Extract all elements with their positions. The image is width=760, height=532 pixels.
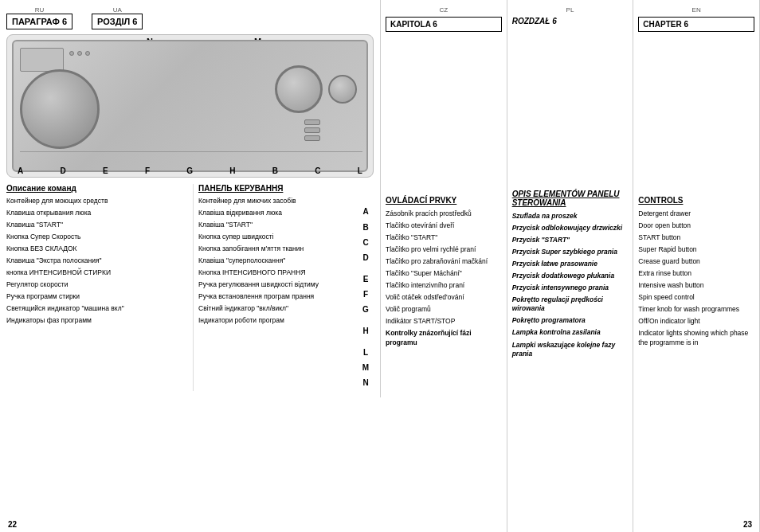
- page-number-right: 23: [743, 520, 752, 529]
- en-item-3: START button: [638, 233, 754, 242]
- ru-item-6: Клавиша "Экстра полоскания": [6, 256, 186, 265]
- ua-item-10: Світний індикатор "вкл/викл": [198, 304, 358, 313]
- letter-column: A B C D E F G H L M N: [358, 184, 374, 391]
- cz-item-9: Volič programů: [386, 305, 502, 314]
- ua-flag: UA: [92, 6, 143, 14]
- ua-item-7: Кнопка ІНТЕНСИВНОГО ПРАННЯ: [198, 268, 358, 277]
- pl-item-9: Pokrętto programatora: [512, 316, 629, 325]
- appliance-labels-row: A D E F G H B C L: [11, 166, 369, 175]
- small-knob-visual: [328, 75, 357, 104]
- ru-controls-title: Описание команд: [6, 184, 186, 193]
- label-G: G: [186, 166, 193, 175]
- cz-controls-title: OVLÁDACÍ PRVKY: [386, 196, 502, 205]
- ua-text-column: ПАНЕЛЬ КЕРУВАННЯ Контейнер для миючих за…: [194, 184, 358, 391]
- ua-item-3: Клавіша "START": [198, 221, 358, 229]
- en-item-8: Spin speed control: [638, 293, 754, 302]
- cz-chapter-title: KAPITOLA 6: [386, 17, 502, 32]
- en-item-5: Crease guard button: [638, 257, 754, 266]
- ua-item-6: Клавіша "суперполоскання": [198, 256, 358, 265]
- cz-item-2: Tlačítko otevírání dveří: [386, 221, 502, 230]
- cz-flag: CZ: [386, 6, 502, 14]
- page-number-left: 22: [8, 520, 17, 529]
- letter-A-label: A: [362, 198, 368, 216]
- en-item-6: Extra rinse button: [638, 269, 754, 278]
- letter-E-label: E: [363, 266, 369, 284]
- ru-chapter-title: ПАРАГРАФ 6: [6, 14, 72, 29]
- ua-controls-column: ПАНЕЛЬ КЕРУВАННЯ Контейнер для миючих за…: [193, 184, 374, 391]
- ru-item-1: Контейнер для моющих средств: [6, 197, 186, 205]
- letter-M-label: M: [362, 361, 369, 372]
- letter-F-label: F: [363, 288, 368, 299]
- ru-flag: RU: [6, 6, 72, 14]
- pl-item-5: Przycisk łatwe prasowanie: [512, 260, 629, 268]
- pl-item-2: Przycisk odblokowujący drzwiczki: [512, 224, 629, 233]
- ru-item-2: Клавиша открывания люка: [6, 209, 186, 217]
- ua-item-2: Клавіша відкривання люка: [198, 209, 358, 217]
- cz-item-6: Tlačítko "Super Máchání": [386, 269, 502, 278]
- en-item-9: Timer knob for wash programmes: [638, 305, 754, 314]
- appliance-diagram: N M: [6, 34, 374, 178]
- label-B: B: [272, 166, 278, 175]
- en-item-10: Off/On indicator light: [638, 317, 754, 326]
- pl-column: PL ROZDZAŁ 6 OPIS ELEMENTÓW PANELU STERO…: [507, 0, 634, 532]
- ru-controls-column: Описание команд Контейнер для моющих сре…: [6, 184, 193, 391]
- ru-item-5: Кнопка БЕЗ СКЛАДОК: [6, 244, 186, 253]
- cz-item-10: Indikátor START/STOP: [386, 317, 502, 326]
- ua-item-8: Ручка регулювання швидкості відтиму: [198, 280, 358, 289]
- en-item-4: Super Rapid button: [638, 245, 754, 254]
- en-chapter-title: CHAPTER 6: [638, 17, 754, 32]
- detergent-drawer-visual: [20, 48, 64, 72]
- pl-item-1: Szuflada na proszek: [512, 212, 629, 221]
- pl-item-6: Przycisk dodatkowego płukania: [512, 272, 629, 280]
- ua-item-9: Ручка встановлення програм прання: [198, 292, 358, 301]
- label-H: H: [229, 166, 235, 175]
- letter-C-label: C: [362, 236, 368, 247]
- ru-item-7: кнопка ИНТЕНСИВНОЙ СТИРКИ: [6, 268, 186, 277]
- ua-controls-title: ПАНЕЛЬ КЕРУВАННЯ: [198, 184, 358, 193]
- pl-controls-title: OPIS ELEMENTÓW PANELU STEROWANIA: [512, 190, 629, 207]
- appliance-body: [12, 40, 368, 172]
- cz-item-4: Tlačítko pro velmi rychlé praní: [386, 245, 502, 254]
- label-E: E: [103, 166, 108, 175]
- ru-item-9: Ручка программ стирки: [6, 292, 186, 301]
- en-flag: EN: [638, 6, 754, 14]
- letter-L-label: L: [363, 339, 368, 357]
- ua-flag-section: UA РОЗДІЛ 6: [92, 6, 143, 29]
- ru-item-3: Клавиша "START": [6, 221, 186, 229]
- pl-flag: PL: [512, 6, 629, 14]
- pl-item-4: Przycisk Super szybkiego prania: [512, 248, 629, 256]
- ua-item-4: Кнопка супер швидкості: [198, 233, 358, 241]
- label-L: L: [358, 166, 362, 175]
- pl-item-8: Pokrętto regulacji prędkości wirowania: [512, 295, 629, 313]
- ru-item-10: Светящийся индикатор "машина вкл": [6, 304, 186, 313]
- cz-item-7: Tlačítko intenzivního praní: [386, 281, 502, 290]
- pl-chapter-title: ROZDZAŁ 6: [512, 17, 629, 25]
- en-item-2: Door open button: [638, 221, 754, 230]
- left-panel: RU ПАРАГРАФ 6 UA РОЗДІЛ 6 N M: [0, 0, 381, 532]
- label-C: C: [315, 166, 320, 175]
- drum-visual: [20, 69, 100, 149]
- ua-chapter-title: РОЗДІЛ 6: [92, 14, 143, 29]
- ru-item-4: Кнопка Супер Скорость: [6, 233, 186, 241]
- en-item-1: Detergent drawer: [638, 209, 754, 218]
- pl-item-3: Przycisk "START": [512, 236, 629, 244]
- ru-item-8: Регулятор скорости: [6, 280, 186, 289]
- cz-item-3: Tlačítko "START": [386, 233, 502, 242]
- pl-item-10: Lampka kontrolna zasilania: [512, 328, 629, 337]
- letter-G-label: G: [362, 303, 369, 314]
- cz-item-8: Volič otáček odstřed'ování: [386, 293, 502, 302]
- label-A: A: [18, 166, 23, 175]
- ua-item-5: Кнопка запобігання м'яття тканин: [198, 244, 358, 253]
- pl-item-7: Przycisk intensywnego prania: [512, 284, 629, 292]
- label-D: D: [61, 166, 66, 175]
- indicator-dots: [69, 51, 90, 56]
- letter-D-label: D: [362, 251, 368, 262]
- right-panel: CZ KAPITOLA 6 OVLÁDACÍ PRVKY Zásobník pr…: [381, 0, 760, 532]
- pl-item-11: Lampki wskazujące kolejne fazy prania: [512, 341, 629, 358]
- cz-item-11: Kontrolky znázorňující fázi programu: [386, 329, 502, 346]
- letter-N-label: N: [362, 376, 368, 387]
- cz-column: CZ KAPITOLA 6 OVLÁDACÍ PRVKY Zásobník pr…: [381, 0, 507, 532]
- main-knob-visual: [275, 65, 323, 113]
- en-item-7: Intensive wash button: [638, 281, 754, 290]
- en-controls-title: CONTROLS: [638, 196, 754, 205]
